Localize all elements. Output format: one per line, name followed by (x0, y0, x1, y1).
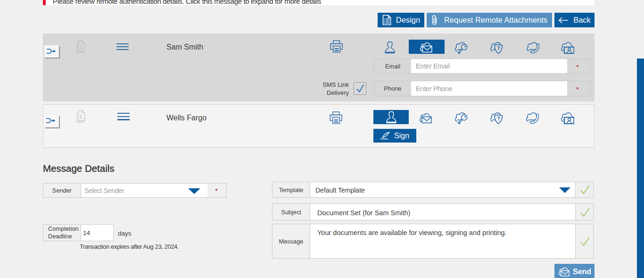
svg-text:1: 1 (79, 44, 82, 50)
svg-text:?: ? (497, 46, 500, 51)
svg-text:?: ? (497, 116, 500, 121)
svg-text:1: 1 (79, 114, 82, 119)
